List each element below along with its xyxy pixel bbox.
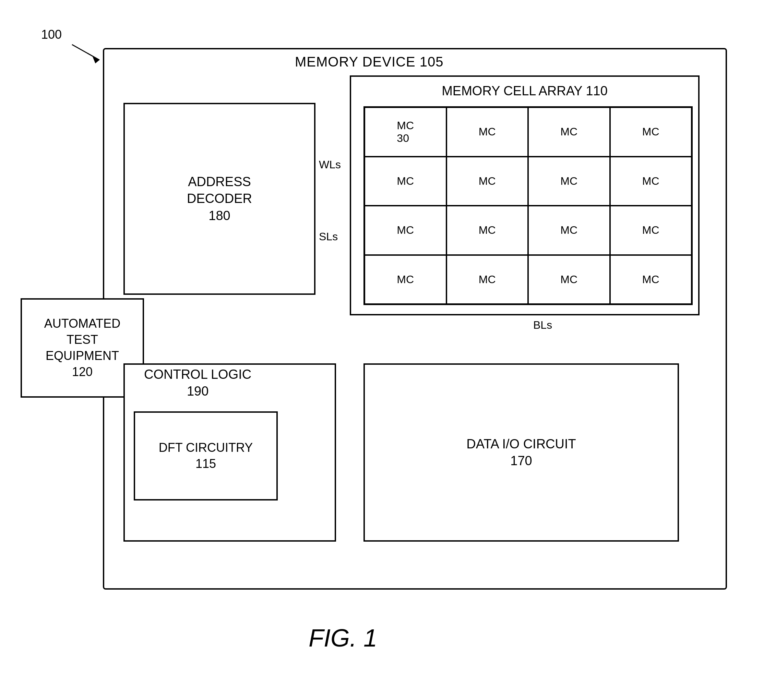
control-logic-label: CONTROL LOGIC190 — [144, 366, 251, 400]
ate-label: AUTOMATEDTESTEQUIPMENT120 — [44, 316, 121, 380]
data-io-box: DATA I/O CIRCUIT170 — [363, 363, 679, 542]
svg-line-0 — [72, 45, 99, 60]
mc-cell-0-1: MC — [446, 107, 528, 157]
mc-cell-1-2: MC — [528, 157, 610, 206]
ref-100-label: 100 — [41, 27, 62, 42]
mc-cell-1-0: MC — [365, 157, 446, 206]
mc-cell-0-2: MC — [528, 107, 610, 157]
mc-cell-3-0: MC — [365, 255, 446, 305]
mc-cell-2-2: MC — [528, 206, 610, 255]
bls-label: BLs — [533, 319, 552, 331]
mc-cell-0-0: MC30 — [365, 107, 446, 157]
diagram-container: 100 MEMORY DE — [0, 0, 764, 700]
mc-grid: MC30 MC MC MC MC MC MC MC MC MC MC MC MC… — [363, 106, 693, 305]
mc-cell-2-1: MC — [446, 206, 528, 255]
dft-circuitry-box: DFT CIRCUITRY115 — [134, 411, 278, 500]
mc-cell-1-1: MC — [446, 157, 528, 206]
mca-label: MEMORY CELL ARRAY 110 — [441, 84, 607, 98]
mc-cell-1-3: MC — [610, 157, 692, 206]
dft-label: DFT CIRCUITRY115 — [159, 440, 253, 472]
wls-label: WLs — [319, 158, 341, 171]
mc-cell-2-0: MC — [365, 206, 446, 255]
fig-label: FIG. 1 — [308, 624, 377, 652]
mc-cell-3-2: MC — [528, 255, 610, 305]
mc-cell-2-3: MC — [610, 206, 692, 255]
data-io-label: DATA I/O CIRCUIT170 — [467, 436, 576, 470]
memory-device-label: MEMORY DEVICE 105 — [295, 54, 443, 70]
sls-label: SLs — [319, 230, 338, 243]
mc-cell-3-1: MC — [446, 255, 528, 305]
mc-cell-0-3: MC — [610, 107, 692, 157]
mc-cell-3-3: MC — [610, 255, 692, 305]
address-decoder-box: ADDRESSDECODER180 — [124, 103, 315, 295]
address-decoder-label: ADDRESSDECODER180 — [187, 173, 252, 224]
svg-marker-1 — [92, 56, 99, 63]
